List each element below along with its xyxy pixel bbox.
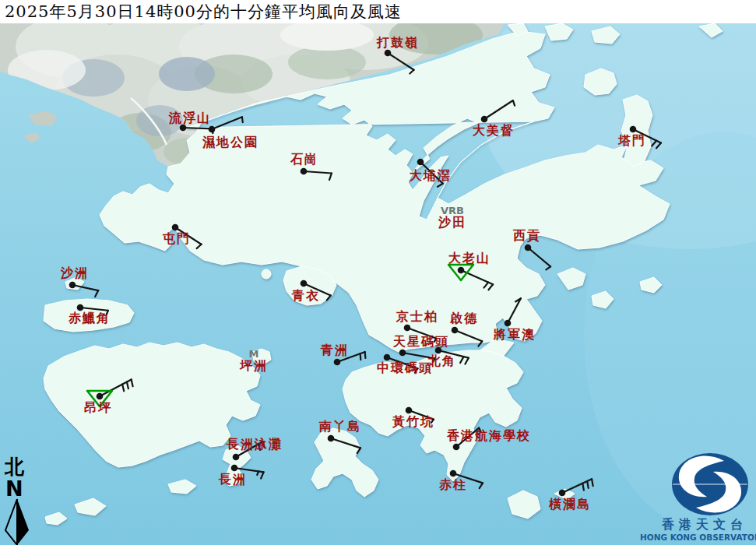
station-label: 南丫島 xyxy=(318,419,361,434)
station-label: 黃竹坑 xyxy=(392,414,434,429)
station-dot xyxy=(450,470,457,477)
station-dot xyxy=(406,407,413,414)
station-dot xyxy=(233,454,240,461)
station-label: 大美督 xyxy=(473,123,515,138)
wind-barb-feather xyxy=(360,353,361,360)
station-dot xyxy=(417,159,424,166)
station-dot xyxy=(458,267,465,274)
station-dot xyxy=(231,465,238,472)
wind-barb-feather xyxy=(587,481,589,488)
station-dot xyxy=(97,393,104,400)
station-label: 橫瀾島 xyxy=(548,497,591,512)
map-canvas: 打鼓嶺流浮山濕地公園石崗大埔滘大美督塔門VRB沙田西貢屯門沙洲赤鱲角青衣大老山京… xyxy=(0,0,756,545)
station-dot xyxy=(385,50,392,57)
station-label: 塔門 xyxy=(617,133,646,148)
station-dot xyxy=(630,126,637,133)
station-label: 濕地公園 xyxy=(202,135,258,149)
station-label: 將軍澳 xyxy=(493,327,536,342)
station-label: 西貢 xyxy=(512,228,541,243)
station-label: 青衣 xyxy=(291,288,320,303)
map-title: 2025年5月30日14時00分的十分鐘平均風向及風速 xyxy=(0,1,402,23)
station-dot xyxy=(384,354,391,361)
weather-map-screenshot: 2025年5月30日14時00分的十分鐘平均風向及風速 xyxy=(0,0,756,545)
station-label: 赤柱 xyxy=(438,477,467,492)
station-label: 昂坪 xyxy=(84,400,112,415)
wind-barb-feather xyxy=(592,479,593,486)
station-dot xyxy=(452,327,459,334)
station-dot xyxy=(505,320,512,327)
station-dot xyxy=(328,435,335,442)
station-label: 石崗 xyxy=(290,152,318,167)
station-label: 大埔滘 xyxy=(410,168,452,183)
station-label: 長洲 xyxy=(218,472,247,487)
station-label: 坪洲 xyxy=(239,358,268,373)
title-bar: 2025年5月30日14時00分的十分鐘平均風向及風速 xyxy=(0,0,756,23)
north-label-n: N xyxy=(5,476,23,501)
station-dot xyxy=(481,116,488,123)
hko-name-en: HONG KONG OBSERVATORY xyxy=(640,533,756,542)
station-label: 屯門 xyxy=(162,231,191,246)
station-label: 長洲泳灘 xyxy=(226,437,283,452)
station-dot xyxy=(301,280,308,287)
station-label: 赤鱲角 xyxy=(68,311,111,325)
station-label: 啟德 xyxy=(449,311,478,325)
station-dot xyxy=(172,224,179,231)
station-label: 流浮山 xyxy=(168,111,211,125)
north-label-cjk: 北 xyxy=(4,455,25,478)
station-label: 中環碼頭 xyxy=(377,360,433,375)
hko-name-cjk: 香港天文台 xyxy=(661,517,747,532)
station-dot xyxy=(209,126,216,133)
station-label: 大老山 xyxy=(448,251,491,265)
station-label: 香港航海學校 xyxy=(446,428,531,443)
station-dot xyxy=(77,304,84,311)
wind-barb-feather xyxy=(582,483,584,490)
station-label: 天星碼頭 xyxy=(392,334,449,349)
station-label: 打鼓嶺 xyxy=(376,35,419,50)
station-dot xyxy=(525,244,532,251)
station-label: 沙洲 xyxy=(60,265,89,280)
station-dot xyxy=(334,359,341,366)
station-label: 京士柏 xyxy=(396,309,438,324)
station-dot xyxy=(399,350,406,357)
station-dot xyxy=(69,282,76,289)
station-dot xyxy=(453,444,460,451)
station-dot xyxy=(435,347,442,354)
station-label: 青洲 xyxy=(320,343,349,357)
wind-barb-feather xyxy=(242,117,243,122)
station-dot xyxy=(404,325,411,332)
station-sha-tin: VRB沙田 xyxy=(438,205,466,230)
wind-barb-feather xyxy=(365,352,366,358)
station-dot xyxy=(559,490,566,497)
station-dot xyxy=(301,168,308,175)
station-label: 沙田 xyxy=(438,215,466,230)
